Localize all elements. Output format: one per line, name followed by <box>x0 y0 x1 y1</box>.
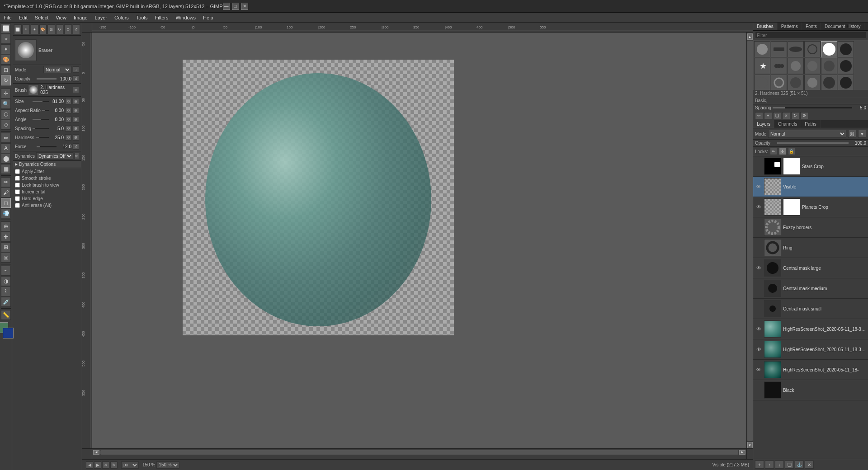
status-forward-button[interactable]: ▶ <box>94 461 101 469</box>
tool-flip[interactable]: ⇔ <box>1 133 11 143</box>
tab-patterns[interactable]: Patterns <box>778 23 802 30</box>
apply-jitter-checkbox[interactable] <box>15 169 20 174</box>
tool-fuzzy-select[interactable]: ✦ <box>1 44 11 54</box>
hard-edge-checkbox[interactable] <box>15 196 20 201</box>
brush-edit[interactable]: ✏ <box>73 87 79 93</box>
angle-reset[interactable]: ↺ <box>65 116 71 122</box>
menu-select[interactable]: Select <box>31 14 52 21</box>
tool-paintbrush[interactable]: 🖌 <box>1 188 11 197</box>
layer-item-highres-1[interactable]: 👁 HighResScreenShot_2020-05-11_18-35-56.… <box>753 319 868 339</box>
dynamics-options-header[interactable]: ▶ Dynamics Options <box>13 160 81 168</box>
opacity-reset[interactable]: ↺ <box>73 75 79 82</box>
tools-icon-settings[interactable]: ⚙ <box>64 24 72 34</box>
brush-item-7[interactable]: ★ <box>754 58 770 74</box>
minimize-button[interactable]: — <box>223 3 230 10</box>
lock-pixels-button[interactable]: ✏ <box>770 148 777 155</box>
tool-rectangle-select[interactable]: ⬜ <box>1 24 11 33</box>
brush-item-8[interactable] <box>771 58 787 74</box>
layer-delete-button[interactable]: ✕ <box>805 461 814 469</box>
hardness-reset[interactable]: ↺ <box>65 134 71 141</box>
brush-item-4[interactable] <box>804 41 821 57</box>
menu-layer[interactable]: Layer <box>91 14 111 21</box>
maximize-button[interactable]: □ <box>232 3 239 10</box>
brush-item-13[interactable] <box>754 75 770 90</box>
spacing-link[interactable]: ⛓ <box>73 125 79 132</box>
brush-delete-button[interactable]: ✕ <box>782 112 790 119</box>
brush-settings-button[interactable]: ⚙ <box>800 112 808 119</box>
tool-paths[interactable]: ⌇ <box>1 287 11 296</box>
brush-item-12[interactable] <box>838 58 854 74</box>
background-color[interactable] <box>3 328 14 338</box>
dynamics-select[interactable]: Dynamics Off <box>36 152 73 160</box>
brush-item-18[interactable] <box>838 75 854 90</box>
layer-item-black[interactable]: Black <box>753 380 868 400</box>
layer-item-central-mask-small[interactable]: Central mask small <box>753 299 868 319</box>
brush-duplicate-button[interactable]: ❏ <box>773 112 781 119</box>
brush-thumbnail[interactable] <box>28 85 39 95</box>
layer-eye-highres-2[interactable]: 👁 <box>755 346 762 353</box>
lock-position-button[interactable]: ✛ <box>779 148 786 155</box>
layer-item-highres-2[interactable]: 👁 HighResScreenShot_2020-05-11_18-35-56.… <box>753 339 868 360</box>
brush-item-1[interactable] <box>754 41 770 57</box>
brush-item-16[interactable] <box>804 75 821 90</box>
menu-colors[interactable]: Colors <box>111 14 132 21</box>
anti-erase-checkbox[interactable] <box>15 203 20 208</box>
menu-help[interactable]: Help <box>199 14 217 21</box>
tab-paths[interactable]: Paths <box>801 120 821 128</box>
lock-all-button[interactable]: 🔒 <box>788 148 795 155</box>
layer-item-fuzzy-borders[interactable]: Fuzzy borders <box>753 217 868 238</box>
tool-eraser[interactable]: ◻ <box>1 198 11 208</box>
brush-item-2[interactable] <box>771 41 787 57</box>
tools-icon-crop[interactable]: ⊡ <box>47 24 55 34</box>
tools-icon-color[interactable]: 🎨 <box>39 24 47 34</box>
layer-item-ring[interactable]: Ring <box>753 238 868 258</box>
zoom-select[interactable]: 150 % <box>156 461 179 469</box>
layer-eye-stars-crop[interactable] <box>755 163 762 170</box>
opacity-slider[interactable] <box>37 78 57 80</box>
brush-item-3[interactable] <box>788 41 804 57</box>
status-refresh-button[interactable]: ↻ <box>110 461 118 469</box>
tool-smudge[interactable]: ~ <box>1 266 11 276</box>
status-back-button[interactable]: ◀ <box>86 461 93 469</box>
spacing-slider[interactable] <box>33 128 49 129</box>
tab-brushes[interactable]: Brushes <box>753 23 778 30</box>
tool-airbrush[interactable]: 💨 <box>1 208 11 218</box>
unit-select[interactable]: px mm in <box>121 461 139 469</box>
layer-new-button[interactable]: + <box>755 461 764 469</box>
hardness-link[interactable]: ⛓ <box>73 134 79 141</box>
tool-color-picker[interactable]: 💉 <box>1 297 11 307</box>
tool-blend[interactable]: ▦ <box>1 164 11 174</box>
layer-item-visible[interactable]: 👁 Visible <box>753 177 868 197</box>
layer-eye-ring[interactable] <box>755 244 762 251</box>
tool-perspective-clone[interactable]: ⊞ <box>1 242 11 252</box>
smooth-stroke-checkbox[interactable] <box>15 176 20 181</box>
tool-measure[interactable]: 📏 <box>1 310 11 320</box>
layer-eye-highres-1[interactable]: 👁 <box>755 325 762 333</box>
vscroll-up-button[interactable]: ▲ <box>747 33 753 40</box>
layer-mode-select[interactable]: Normal <box>768 130 846 138</box>
tool-dodge-burn[interactable]: ◑ <box>1 276 11 286</box>
layer-eye-central-mask-medium[interactable] <box>755 285 762 292</box>
layer-eye-central-mask-large[interactable]: 👁 <box>755 264 762 272</box>
tool-perspective[interactable]: ◇ <box>1 120 11 130</box>
tool-blur-sharpen[interactable]: ◎ <box>1 253 11 263</box>
brush-item-11[interactable] <box>821 58 837 74</box>
aspect-slider[interactable] <box>42 110 49 111</box>
menu-tools[interactable]: Tools <box>132 14 151 21</box>
tools-icon-reset[interactable]: ↺ <box>73 24 80 34</box>
mode-extra-btn[interactable]: ↓ <box>73 66 79 73</box>
tool-free-select[interactable]: ⌖ <box>1 34 11 44</box>
menu-windows[interactable]: Windows <box>172 14 199 21</box>
menu-filters[interactable]: Filters <box>151 14 172 21</box>
brush-item-5[interactable] <box>821 41 837 57</box>
layer-eye-fuzzy-borders[interactable] <box>755 224 762 231</box>
layer-eye-central-mask-small[interactable] <box>755 305 762 312</box>
tools-icon-rotate[interactable]: ↻ <box>56 24 64 34</box>
angle-link[interactable]: ⛓ <box>73 116 79 122</box>
tool-pencil[interactable]: ✏ <box>1 177 11 187</box>
layer-item-central-mask-medium[interactable]: Central mask medium <box>753 278 868 299</box>
layer-item-planets-crop[interactable]: 👁 Planets Crop <box>753 197 868 217</box>
brush-filter-input[interactable] <box>755 32 866 39</box>
layer-opacity-slider[interactable] <box>777 142 849 144</box>
tab-fonts[interactable]: Fonts <box>802 23 821 30</box>
